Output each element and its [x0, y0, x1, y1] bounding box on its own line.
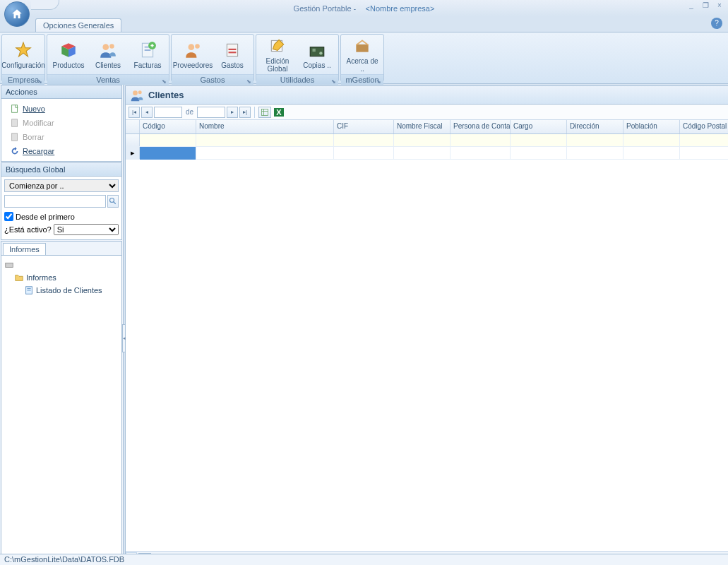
svg-text:X: X: [276, 108, 282, 117]
clients-icon: [98, 40, 118, 60]
document-new-icon: [10, 104, 20, 114]
expenses-icon: [222, 40, 242, 60]
ribbon-tabs: Opciones Generales ?: [0, 16, 728, 32]
nav-next-button[interactable]: ▸: [227, 107, 238, 118]
nav-prev-button[interactable]: ◂: [141, 107, 153, 118]
data-grid[interactable]: Código Nombre CIF Nombre Fiscal Persona …: [126, 120, 728, 551]
action-modificar: Modificar: [4, 116, 119, 130]
productos-button[interactable]: Productos: [50, 36, 87, 73]
ribbon: Configuración Empresa⬊ Productos Cliente…: [0, 32, 728, 84]
svg-line-20: [114, 202, 116, 204]
tree-root[interactable]: [4, 258, 119, 271]
help-button[interactable]: ?: [711, 18, 722, 29]
grid-icon: [261, 108, 269, 117]
grid-customize-button[interactable]: [258, 107, 271, 118]
panel-header-acciones: Acciones: [1, 85, 121, 99]
svg-rect-12: [310, 47, 324, 56]
svg-rect-21: [6, 263, 13, 267]
col-cargo[interactable]: Cargo: [511, 120, 567, 133]
facturas-button[interactable]: Facturas: [129, 36, 166, 73]
col-persona-contacto[interactable]: Persona de Contacto: [450, 120, 511, 133]
svg-rect-15: [356, 44, 368, 52]
gastos-label: Gastos: [221, 61, 244, 69]
launcher-icon[interactable]: ⬊: [245, 76, 252, 83]
ribbon-group-ventas: Productos Clientes Facturas Ventas⬊: [47, 34, 169, 82]
acerca-de-button[interactable]: Acerca de ..: [344, 36, 381, 73]
desde-primero-checkbox[interactable]: [4, 212, 13, 221]
col-codigo[interactable]: Código: [140, 120, 196, 133]
svg-point-19: [110, 198, 114, 203]
status-bar: C:\mGestionLite\Data\DATOS.FDB: [0, 554, 728, 565]
suppliers-icon: [183, 40, 203, 60]
clientes-button[interactable]: Clientes: [90, 36, 126, 73]
action-recargar-label: Recargar: [23, 147, 54, 155]
activo-label: ¿Está activo?: [4, 225, 52, 234]
status-path: C:\mGestionLite\Data\DATOS.FDB: [4, 555, 124, 564]
tree-item-listado[interactable]: Listado de Clientes: [4, 284, 119, 297]
search-button[interactable]: [107, 195, 119, 208]
launcher-icon[interactable]: ⬊: [375, 76, 382, 83]
svg-rect-18: [12, 133, 18, 141]
search-input[interactable]: [4, 195, 106, 208]
col-direccion[interactable]: Dirección: [567, 120, 623, 133]
tree-folder-informes[interactable]: Informes: [4, 271, 119, 284]
action-modificar-label: Modificar: [23, 119, 54, 127]
svg-point-25: [133, 90, 138, 95]
row-indicator-icon: ▸: [126, 147, 140, 159]
desde-primero-label: Desde el primero: [16, 213, 75, 221]
launcher-icon[interactable]: ⬊: [160, 76, 167, 83]
svg-rect-9: [229, 48, 237, 49]
tab-opciones-generales[interactable]: Opciones Generales: [35, 18, 121, 32]
panel-busqueda: Búsqueda Global Comienza por .. Desde el…: [1, 162, 122, 240]
navigator-bar: |◂ ◂ de ▸ ▸| X: [126, 105, 728, 120]
home-icon: [11, 8, 23, 20]
ribbon-group-empresa: Configuración Empresa⬊: [1, 34, 45, 82]
grid-data-row[interactable]: ▸: [126, 147, 728, 160]
group-label-gastos: Gastos: [201, 76, 225, 84]
configuracion-label: Configuración: [1, 61, 45, 69]
edicion-global-label: Edición Global: [259, 57, 296, 73]
app-menu-orb[interactable]: [4, 1, 30, 27]
folder-icon: [14, 273, 24, 282]
tab-informes[interactable]: Informes: [3, 243, 46, 255]
launcher-icon[interactable]: ⬊: [330, 76, 337, 83]
svg-rect-17: [12, 119, 18, 127]
col-nombre-fiscal[interactable]: Nombre Fiscal: [394, 120, 450, 133]
page-input[interactable]: [154, 107, 182, 118]
svg-rect-27: [262, 109, 268, 115]
copias-button[interactable]: Copias ..: [299, 36, 335, 73]
action-borrar-label: Borrar: [23, 133, 44, 141]
drive-icon: [4, 260, 14, 270]
panel-acciones: Acciones Nuevo Modificar Borrar Recargar: [1, 85, 122, 162]
configuracion-button[interactable]: Configuración: [5, 36, 42, 73]
launcher-icon[interactable]: ⬊: [36, 76, 43, 83]
refresh-icon: [10, 146, 20, 156]
clients-header-icon: [130, 88, 144, 102]
svg-point-1: [109, 44, 114, 49]
gastos-button[interactable]: Gastos: [214, 36, 251, 73]
col-codigo-postal[interactable]: Código Postal: [680, 120, 728, 133]
action-nuevo[interactable]: Nuevo: [4, 102, 119, 116]
panel-informes: Informes Informes Listado de Clientes: [1, 241, 122, 564]
close-button[interactable]: ×: [714, 1, 725, 11]
quick-access-toolbar: [31, 0, 59, 10]
nav-first-button[interactable]: |◂: [129, 107, 140, 118]
col-poblacion[interactable]: Población: [623, 120, 680, 133]
col-cif[interactable]: CIF: [334, 120, 394, 133]
global-edit-icon: [268, 36, 287, 56]
minimize-button[interactable]: _: [686, 1, 697, 11]
activo-select[interactable]: Si: [54, 224, 119, 235]
clientes-label: Clientes: [95, 61, 121, 69]
proveedores-button[interactable]: Proveedores: [174, 36, 211, 73]
copias-label: Copias ..: [303, 61, 330, 69]
export-excel-button[interactable]: X: [273, 107, 285, 118]
group-label-ventas: Ventas: [96, 76, 120, 84]
edicion-global-button[interactable]: Edición Global: [259, 36, 296, 73]
action-recargar[interactable]: Recargar: [4, 144, 119, 158]
nav-last-button[interactable]: ▸|: [239, 107, 251, 118]
grid-filter-row[interactable]: [126, 134, 728, 147]
search-mode-select[interactable]: Comienza por ..: [4, 179, 119, 192]
document-edit-icon: [10, 118, 20, 128]
col-nombre[interactable]: Nombre: [196, 120, 334, 133]
restore-button[interactable]: ❐: [700, 1, 711, 11]
